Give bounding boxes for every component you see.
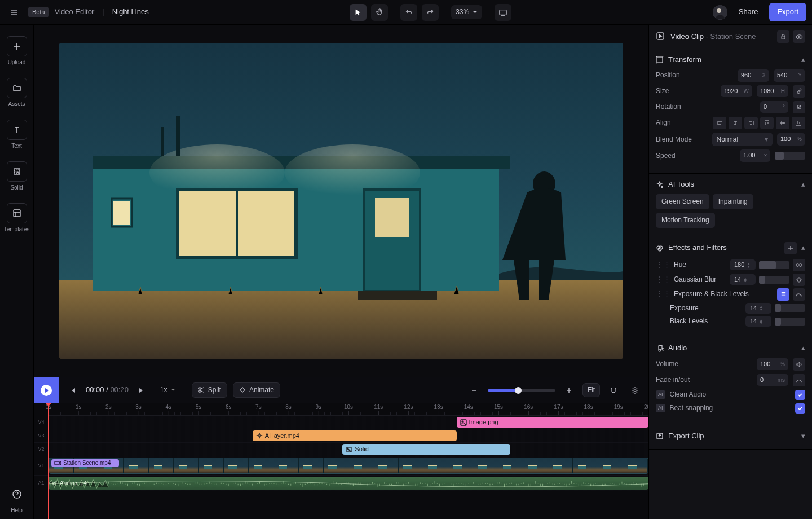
size-h-input[interactable]: 1080H: [757, 85, 788, 97]
prev-frame-button[interactable]: [64, 382, 80, 398]
properties-panel: Video Clip - Station Scene Transform ▴ P…: [648, 25, 812, 519]
svg-rect-32: [782, 36, 785, 39]
split-button[interactable]: Split: [192, 382, 227, 398]
menu-button[interactable]: [6, 4, 23, 21]
clip-station-scene[interactable]: Station Scene.mp4: [48, 458, 648, 474]
lock-button[interactable]: [777, 30, 789, 43]
zoom-in-button[interactable]: [561, 382, 577, 398]
clean-audio-toggle[interactable]: [795, 390, 805, 400]
pos-y-input[interactable]: 540Y: [774, 69, 805, 81]
rotation-input[interactable]: 0°: [760, 101, 788, 113]
track-v4[interactable]: V4 Image.png: [34, 416, 648, 429]
eye-icon: [796, 33, 803, 41]
collapse-ai[interactable]: ▴: [801, 179, 805, 190]
collapse-transform[interactable]: ▴: [801, 55, 805, 65]
size-w-input[interactable]: 1920W: [721, 85, 752, 97]
add-effect-button[interactable]: [784, 242, 797, 254]
play-button[interactable]: [34, 377, 59, 403]
pos-x-input[interactable]: 960X: [738, 69, 769, 81]
timeline-toolbar: 00:00 / 00:20 1x Split Animate Fit: [34, 377, 648, 403]
assets-tool[interactable]: Assets: [0, 73, 34, 113]
animate-button[interactable]: Animate: [233, 382, 280, 398]
clip-solid[interactable]: Solid: [342, 444, 510, 455]
redo-button[interactable]: [422, 4, 439, 21]
export-button[interactable]: Export: [769, 3, 806, 21]
solid-tool[interactable]: Solid: [0, 157, 34, 196]
clip-image[interactable]: Image.png: [457, 417, 648, 428]
inpainting-button[interactable]: Inpainting: [713, 194, 753, 209]
cursor-tool[interactable]: [350, 4, 367, 21]
playhead[interactable]: [48, 403, 49, 519]
preview-viewport[interactable]: [59, 43, 623, 359]
text-tool[interactable]: Text: [0, 115, 34, 155]
lock-aspect-button[interactable]: [793, 85, 805, 98]
upload-tool[interactable]: Upload: [0, 32, 34, 71]
settings-button[interactable]: [627, 382, 643, 398]
track-a1[interactable]: A1 Audio.mp4: [34, 476, 648, 491]
canvas-area[interactable]: [34, 25, 648, 377]
clip-audio[interactable]: Audio.mp4: [48, 477, 648, 490]
track-v1[interactable]: V1 Station Scene.mp4: [34, 456, 648, 476]
visibility-button[interactable]: [793, 30, 805, 43]
collapse-audio[interactable]: ▴: [801, 343, 805, 353]
rotation-reset[interactable]: [793, 101, 805, 113]
project-name[interactable]: Night Lines: [112, 7, 149, 17]
hue-input[interactable]: 180▲▼: [730, 260, 756, 270]
motion-tracking-button[interactable]: Motion Tracking: [656, 213, 715, 228]
share-button[interactable]: Share: [733, 3, 764, 20]
snap-button[interactable]: [606, 382, 621, 398]
fade-curve-button[interactable]: [793, 374, 805, 386]
hue-visibility[interactable]: [793, 259, 805, 271]
fullscreen-button[interactable]: [495, 4, 511, 21]
zoom-dropdown[interactable]: 33%: [451, 5, 482, 19]
svg-rect-0: [500, 10, 506, 15]
align-center-h[interactable]: [729, 117, 742, 129]
exposure-slider[interactable]: [775, 304, 805, 312]
blur-keyframe[interactable]: [793, 274, 805, 286]
green-screen-button[interactable]: Green Screen: [656, 194, 709, 209]
exposure-settings[interactable]: [777, 288, 789, 301]
speed-input[interactable]: 1.00x: [740, 149, 770, 161]
ruler-tick: 10s: [344, 403, 353, 411]
blend-mode-select[interactable]: Normal▾: [712, 133, 773, 147]
help-tool[interactable]: Help: [0, 480, 34, 519]
opacity-input[interactable]: 100%: [777, 133, 805, 145]
timeline-ruler[interactable]: 0s1s2s3s4s5s6s7s8s9s10s11s12s13s14s15s16…: [48, 403, 648, 416]
hue-slider[interactable]: [759, 261, 789, 269]
collapse-export[interactable]: ▾: [801, 431, 805, 441]
next-frame-button[interactable]: [134, 382, 150, 398]
zoom-slider[interactable]: [488, 389, 555, 392]
hand-tool[interactable]: [371, 4, 388, 21]
timeline[interactable]: 0s1s2s3s4s5s6s7s8s9s10s11s12s13s14s15s16…: [34, 403, 648, 519]
speed-slider[interactable]: [775, 152, 805, 160]
avatar[interactable]: [713, 5, 727, 20]
exposure-input[interactable]: 14▲▼: [745, 303, 771, 314]
blur-slider[interactable]: [759, 276, 789, 284]
exposure-curve[interactable]: [793, 288, 805, 301]
fade-input[interactable]: 0ms: [757, 374, 788, 386]
ruler-tick: 15s: [494, 403, 503, 411]
beta-badge: Beta: [28, 7, 49, 17]
blur-input[interactable]: 14▲▼: [730, 274, 756, 285]
beat-snap-toggle[interactable]: [795, 403, 805, 414]
black-input[interactable]: 14▲▼: [745, 316, 771, 327]
align-bottom[interactable]: [792, 117, 805, 129]
black-slider[interactable]: [775, 318, 805, 326]
undo-button[interactable]: [400, 4, 417, 21]
templates-tool[interactable]: Templates: [0, 199, 34, 238]
align-left[interactable]: [713, 117, 726, 129]
collapse-effects[interactable]: ▴: [801, 243, 805, 253]
align-right[interactable]: [744, 117, 758, 129]
speed-dropdown[interactable]: 1x: [156, 383, 180, 397]
volume-input[interactable]: 100%: [757, 358, 788, 370]
track-v3[interactable]: V3 AI layer.mp4: [34, 429, 648, 443]
svg-rect-21: [358, 291, 437, 300]
align-top[interactable]: [760, 117, 774, 129]
zoom-out-button[interactable]: [466, 382, 482, 398]
ruler-tick: 5s: [196, 403, 202, 411]
clip-ai-layer[interactable]: AI layer.mp4: [253, 430, 457, 441]
track-v2[interactable]: V2 Solid: [34, 443, 648, 456]
align-center-v[interactable]: [776, 117, 789, 129]
fit-button[interactable]: Fit: [582, 383, 600, 397]
mute-button[interactable]: [793, 358, 805, 371]
